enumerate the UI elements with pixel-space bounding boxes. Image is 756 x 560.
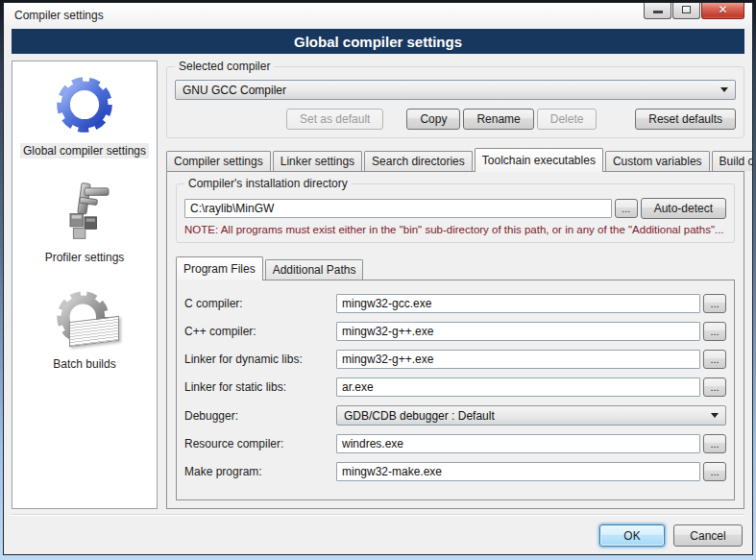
- caliper-icon: [56, 180, 113, 241]
- selected-compiler-group: Selected compiler GNU GCC Compiler Set a…: [166, 66, 744, 138]
- delete-button[interactable]: Delete: [537, 109, 597, 130]
- tab-compiler-settings[interactable]: Compiler settings: [166, 151, 271, 171]
- field-label: Make program:: [184, 465, 336, 478]
- ok-button[interactable]: OK: [599, 524, 665, 547]
- tab-additional-paths[interactable]: Additional Paths: [265, 259, 364, 280]
- sidebar-item-batch-builds[interactable]: Batch builds: [50, 286, 118, 372]
- group-title: Selected compiler: [175, 60, 274, 73]
- field-label: Linker for static libs:: [184, 380, 336, 394]
- field-row-dynamic-linker: Linker for dynamic libs: ...: [184, 350, 726, 369]
- field-row-make-program: Make program: ...: [184, 462, 726, 481]
- dialog-body: Global compiler settings: [4, 54, 752, 509]
- reset-defaults-button[interactable]: Reset defaults: [635, 109, 736, 130]
- browse-directory-button[interactable]: ...: [615, 199, 638, 218]
- tab-program-files[interactable]: Program Files: [176, 256, 263, 280]
- sidebar-item-label: Batch builds: [50, 356, 118, 372]
- sidebar-item-global-compiler-settings[interactable]: Global compiler settings: [20, 73, 149, 158]
- tab-linker-settings[interactable]: Linker settings: [273, 151, 362, 171]
- browse-button[interactable]: ...: [703, 462, 726, 481]
- compiler-buttons-row: Set as default Copy Rename Delete Reset …: [175, 109, 736, 130]
- copy-button[interactable]: Copy: [406, 109, 460, 130]
- field-row-c-compiler: C compiler: ...: [184, 294, 726, 313]
- tab-search-directories[interactable]: Search directories: [364, 151, 473, 171]
- field-row-static-linker: Linker for static libs: ...: [184, 377, 726, 397]
- selected-compiler-value: GNU GCC Compiler: [183, 84, 720, 97]
- sidebar: Global compiler settings: [12, 61, 158, 509]
- title-bar[interactable]: Compiler settings ✕: [4, 3, 752, 27]
- field-label: Linker for dynamic libs:: [184, 353, 336, 366]
- program-files-panel: C compiler: ... C++ compiler: ... Linker…: [176, 280, 735, 500]
- compiler-settings-dialog: Compiler settings ✕ Global compiler sett…: [3, 2, 753, 555]
- chevron-down-icon: [720, 87, 728, 92]
- main-panel: Selected compiler GNU GCC Compiler Set a…: [166, 61, 744, 509]
- installation-directory-row: ... Auto-detect: [184, 198, 726, 219]
- tab-toolchain-executables[interactable]: Toolchain executables: [475, 148, 603, 172]
- cpp-compiler-input[interactable]: [336, 322, 700, 341]
- window-title: Compiler settings: [14, 9, 104, 22]
- window-controls: ✕: [643, 2, 744, 19]
- auto-detect-button[interactable]: Auto-detect: [641, 198, 726, 219]
- sidebar-item-label: Profiler settings: [42, 250, 128, 265]
- field-row-debugger: Debugger: GDB/CDB debugger : Default: [184, 405, 726, 426]
- installation-directory-group: Compiler's installation directory ... Au…: [176, 183, 735, 243]
- selected-compiler-dropdown[interactable]: GNU GCC Compiler: [175, 80, 736, 100]
- browse-button[interactable]: ...: [703, 377, 726, 397]
- program-files-tab-strip: Program Files Additional Paths: [176, 256, 735, 280]
- toolchain-executables-panel: Compiler's installation directory ... Au…: [166, 171, 744, 509]
- sidebar-item-profiler-settings[interactable]: Profiler settings: [42, 180, 128, 265]
- installation-directory-input[interactable]: [184, 199, 612, 218]
- dialog-footer: OK Cancel: [12, 514, 744, 554]
- window-frame: Compiler settings ✕ Global compiler sett…: [0, 0, 756, 560]
- field-label: Resource compiler:: [184, 437, 336, 450]
- chevron-down-icon: [711, 413, 719, 418]
- browse-button[interactable]: ...: [703, 434, 726, 453]
- tab-custom-variables[interactable]: Custom variables: [605, 151, 710, 171]
- browse-button[interactable]: ...: [703, 294, 726, 313]
- maximize-icon: [682, 6, 691, 13]
- close-icon: ✕: [718, 4, 727, 15]
- field-row-cpp-compiler: C++ compiler: ...: [184, 322, 726, 341]
- browse-button[interactable]: ...: [703, 322, 726, 341]
- blue-gear-icon: [55, 73, 114, 134]
- settings-tab-strip: Compiler settings Linker settings Search…: [166, 147, 744, 171]
- debugger-value: GDB/CDB debugger : Default: [344, 409, 711, 423]
- debugger-dropdown[interactable]: GDB/CDB debugger : Default: [336, 405, 726, 426]
- set-as-default-button[interactable]: Set as default: [286, 109, 383, 130]
- c-compiler-input[interactable]: [336, 294, 700, 313]
- field-row-resource-compiler: Resource compiler: ...: [184, 434, 726, 453]
- resource-compiler-input[interactable]: [336, 434, 700, 453]
- rename-button[interactable]: Rename: [463, 109, 533, 130]
- field-label: C++ compiler:: [184, 325, 336, 338]
- note-text: NOTE: All programs must exist either in …: [184, 224, 726, 235]
- field-label: Debugger:: [184, 409, 336, 423]
- tab-build-options[interactable]: Build options: [712, 151, 753, 171]
- minimize-button[interactable]: [644, 2, 671, 19]
- make-program-input[interactable]: [336, 462, 700, 481]
- minimize-icon: [653, 11, 663, 13]
- static-linker-input[interactable]: [336, 377, 700, 397]
- field-label: C compiler:: [184, 297, 336, 310]
- group-title: Compiler's installation directory: [184, 177, 352, 190]
- maximize-button[interactable]: [672, 2, 700, 19]
- page-title: Global compiler settings: [12, 29, 744, 54]
- browse-button[interactable]: ...: [703, 350, 726, 369]
- close-button[interactable]: ✕: [701, 2, 744, 19]
- cancel-button[interactable]: Cancel: [673, 524, 743, 547]
- gray-gear-papers-icon: [56, 286, 113, 348]
- dynamic-linker-input[interactable]: [336, 350, 700, 369]
- sidebar-item-label: Global compiler settings: [20, 143, 149, 158]
